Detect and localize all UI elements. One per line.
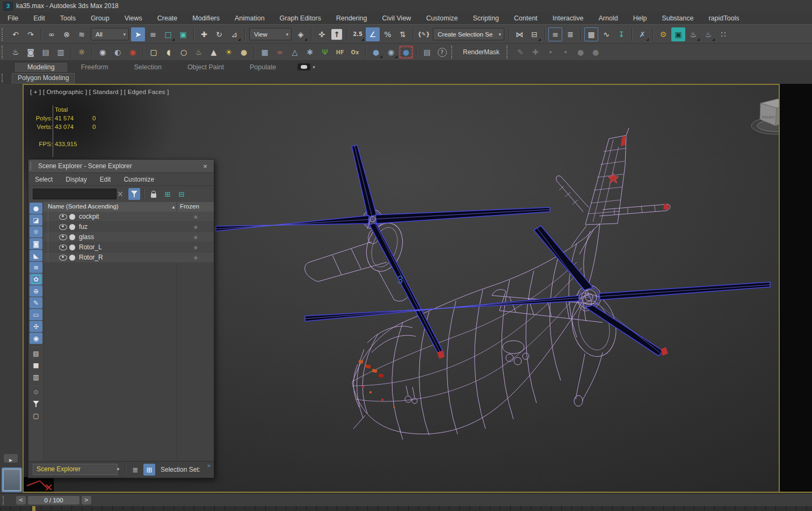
overflow-chevrons-icon[interactable] bbox=[207, 462, 211, 469]
display-cameras-icon[interactable]: ◙ bbox=[30, 238, 42, 249]
explorer-menu-select[interactable]: Select bbox=[28, 176, 59, 183]
display-containers-icon[interactable]: ▭ bbox=[30, 309, 42, 320]
ribbon-tab-selection[interactable]: Selection bbox=[121, 62, 174, 72]
expand-children-icon[interactable]: ⊞ bbox=[162, 188, 173, 200]
spinner-snap-icon[interactable]: ⇅ bbox=[396, 27, 410, 41]
sort-ascending-icon[interactable] bbox=[171, 203, 176, 210]
undo-icon[interactable]: ↶ bbox=[9, 27, 23, 41]
frozen-snowflake-icon[interactable] bbox=[187, 232, 204, 242]
layers-mode-icon[interactable]: ≣ bbox=[129, 464, 141, 476]
track-bar[interactable] bbox=[0, 506, 812, 511]
ornatrix-icon[interactable]: Ox bbox=[348, 46, 362, 59]
ribbon-grip[interactable] bbox=[2, 74, 5, 82]
angle-snap-icon[interactable]: ∠ bbox=[366, 27, 380, 41]
display-lights-icon[interactable]: ☼ bbox=[30, 226, 42, 237]
disabled-dot-icon[interactable]: ● bbox=[589, 46, 603, 59]
blank-square-icon[interactable]: ■ bbox=[30, 359, 42, 371]
sphere-blue-icon[interactable]: ● bbox=[369, 46, 383, 59]
reference-coordinate-dropdown[interactable]: View bbox=[249, 28, 292, 40]
time-slider-handle[interactable]: 0 / 100 bbox=[28, 496, 79, 505]
scene-object-row[interactable]: fuz bbox=[44, 222, 214, 232]
select-and-rotate-icon[interactable]: ↻ bbox=[212, 27, 226, 41]
menu-civil-view[interactable]: Civil View bbox=[374, 12, 418, 24]
help-icon[interactable]: ? bbox=[435, 46, 449, 59]
display-space-warps-icon[interactable]: ≋ bbox=[30, 262, 42, 273]
dome-light-icon[interactable]: ◖ bbox=[162, 46, 176, 59]
camera-red-icon[interactable]: ◉ bbox=[126, 46, 140, 59]
viewport-label-menu[interactable]: [ + ] [ Orthographic ] [ Standard ] [ Ed… bbox=[30, 89, 169, 95]
bind-to-space-warp-icon[interactable]: ≋ bbox=[75, 27, 89, 41]
filter-funnel-icon[interactable] bbox=[30, 398, 42, 409]
ribbon-toggle-icon[interactable]: ▦ bbox=[584, 27, 598, 41]
curve-editor-icon[interactable]: ∿ bbox=[599, 27, 613, 41]
area-light-icon[interactable]: ▢ bbox=[147, 46, 161, 59]
view-cube[interactable]: FRONT bbox=[751, 99, 780, 134]
track-time-marker[interactable] bbox=[32, 506, 35, 511]
menu-file[interactable]: File bbox=[0, 12, 26, 24]
render-elements-icon[interactable]: ▤ bbox=[39, 46, 53, 59]
grass-icon[interactable]: Ψ bbox=[318, 46, 332, 59]
pyramid-helper-icon[interactable]: △ bbox=[288, 46, 302, 59]
scene-object-row[interactable]: Rotor_L bbox=[44, 242, 214, 253]
render-dialog-icon[interactable]: ◙ bbox=[24, 46, 38, 59]
grid-array-icon[interactable]: ▦ bbox=[258, 46, 272, 59]
ribbon-tab-object-paint[interactable]: Object Paint bbox=[175, 62, 237, 72]
object-properties-icon[interactable]: ▤ bbox=[30, 348, 42, 359]
menu-arnold[interactable]: Arnold bbox=[591, 12, 626, 24]
menu-animation[interactable]: Animation bbox=[227, 12, 272, 24]
isolate-selection-icon[interactable]: ✗ bbox=[635, 27, 649, 41]
select-by-name-icon[interactable]: ≡ bbox=[146, 27, 160, 41]
visibility-eye-icon[interactable] bbox=[59, 234, 67, 240]
scene-object-row[interactable]: cockpit bbox=[44, 212, 214, 222]
display-groups-icon[interactable]: ✿ bbox=[30, 274, 42, 285]
column-frozen-header[interactable]: Frozen bbox=[180, 203, 199, 210]
render-production-icon[interactable]: ♨ bbox=[686, 27, 700, 41]
menu-group[interactable]: Group bbox=[83, 12, 117, 24]
filter-settings-icon[interactable]: ⚙ bbox=[30, 386, 42, 398]
camera-night-icon[interactable]: ◐ bbox=[111, 46, 125, 59]
display-particles-icon[interactable]: ✣ bbox=[30, 321, 42, 332]
lock-selection-icon[interactable] bbox=[148, 188, 160, 200]
display-helpers-icon[interactable]: ◣ bbox=[30, 250, 42, 261]
visibility-eye-icon[interactable] bbox=[59, 224, 67, 230]
visibility-eye-icon[interactable] bbox=[59, 214, 67, 220]
search-clear-icon[interactable] bbox=[114, 188, 126, 200]
redo-icon[interactable]: ↷ bbox=[24, 27, 38, 41]
select-and-move-icon[interactable]: ✚ bbox=[197, 27, 211, 41]
rendered-frame-window-icon[interactable]: ▣ bbox=[671, 27, 685, 41]
close-icon[interactable] bbox=[201, 162, 209, 170]
menu-interactive[interactable]: Interactive bbox=[545, 12, 591, 24]
scene-object-row[interactable]: glass bbox=[44, 232, 214, 242]
menu-help[interactable]: Help bbox=[626, 12, 655, 24]
dropdown-caret-icon[interactable] bbox=[114, 464, 122, 475]
sphere-mask-icon[interactable]: ● bbox=[399, 46, 413, 59]
display-bones-icon[interactable]: ✎ bbox=[30, 297, 42, 308]
column-name-header[interactable]: Name (Sorted Ascending) bbox=[48, 203, 119, 210]
use-pivot-point-icon[interactable]: ◈ bbox=[294, 27, 308, 41]
wire-teapot-icon[interactable]: ♨ bbox=[192, 46, 206, 59]
sphere-pick-icon[interactable]: ◉ bbox=[384, 46, 398, 59]
brush-gear-icon[interactable]: ✎ bbox=[513, 46, 527, 59]
menu-rendering[interactable]: Rendering bbox=[329, 12, 375, 24]
collapse-children-icon[interactable]: ⊟ bbox=[176, 188, 187, 200]
polygon-modeling-panel-tab[interactable]: Polygon Modeling bbox=[12, 73, 75, 83]
frozen-snowflake-icon[interactable] bbox=[187, 212, 204, 221]
select-and-scale-icon[interactable]: ⊿ bbox=[227, 27, 241, 41]
visibility-eye-icon[interactable] bbox=[59, 244, 67, 250]
explorer-menu-edit[interactable]: Edit bbox=[93, 176, 118, 183]
layer-explorer-icon[interactable]: ≣ bbox=[563, 27, 577, 41]
window-crossing-icon[interactable]: ▣ bbox=[176, 27, 190, 41]
selection-filter-dropdown[interactable]: All bbox=[91, 28, 129, 40]
disabled-dot-icon[interactable]: ● bbox=[574, 46, 588, 59]
menu-rapidtools[interactable]: rapidTools bbox=[701, 12, 746, 24]
display-shapes-icon[interactable]: ◪ bbox=[30, 214, 42, 226]
scene-explorer-titlebar[interactable]: Scene Explorer - Scene Explorer bbox=[28, 160, 214, 173]
menu-tools[interactable]: Tools bbox=[53, 12, 83, 24]
display-xrefs-icon[interactable]: ⊕ bbox=[30, 285, 42, 297]
scene-object-row[interactable]: Rotor_R bbox=[44, 253, 214, 263]
unlink-selection-icon[interactable]: ⊗ bbox=[60, 27, 74, 41]
explorer-menu-display[interactable]: Display bbox=[59, 176, 93, 183]
menu-edit[interactable]: Edit bbox=[26, 12, 53, 24]
select-and-manipulate-icon[interactable]: ✜ bbox=[315, 27, 329, 41]
menu-scripting[interactable]: Scripting bbox=[465, 12, 506, 24]
